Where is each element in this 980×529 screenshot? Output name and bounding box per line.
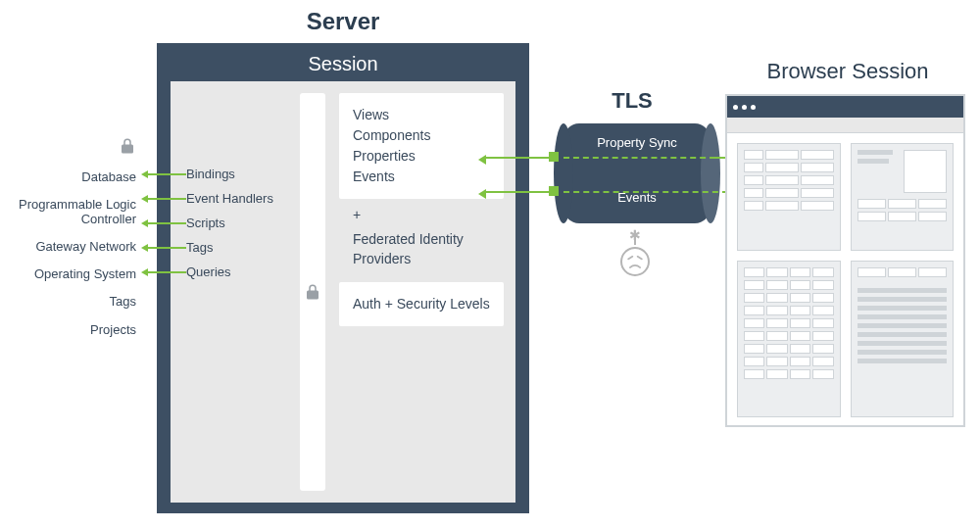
views-line: Components [353,125,490,146]
wireframe-panel [851,261,955,417]
binding-item: Bindings [186,167,235,181]
arrow-left-icon [147,247,186,249]
arrow-left-icon [147,271,186,273]
auth-box: Auth + Security Levels [339,282,504,326]
views-line: Properties [353,146,490,167]
server-title: Server [157,8,529,35]
session-box: Bindings Event Handlers Scripts Tags Que… [171,81,515,503]
binding-item: Queries [186,264,231,279]
external-item: Tags [0,288,152,315]
views-line: Views [353,105,490,125]
window-dot-icon [751,105,756,110]
browser-body [727,133,963,427]
session-title: Session [157,49,529,81]
browser-toolbar [727,118,963,133]
wireframe-panel [737,261,841,417]
browser-window [725,94,965,427]
external-item: Operating System [0,261,152,288]
lock-icon [304,283,321,301]
external-item: Database [0,164,152,191]
browser-titlebar [727,96,963,118]
binding-item: Event Handlers [186,191,273,206]
events-arrow-left [485,191,554,193]
external-resources: Database Programmable Logic Controller G… [0,137,152,344]
external-item: Projects [0,316,152,344]
tls-cylinder: Property Sync Events [564,123,710,223]
tls-top-label: Property Sync [564,135,710,150]
federated-text: Federated Identity Providers [339,230,504,282]
external-item: Gateway Network [0,233,152,261]
external-item: Programmable Logic Controller [0,191,152,233]
views-box: Views Components Properties Events [339,93,504,199]
wireframe-panel [851,143,955,251]
arrow-left-icon [147,173,186,175]
window-dot-icon [733,105,738,110]
events-dashed-line [564,191,728,193]
tls-title: TLS [554,88,710,114]
eavesdropper-icon: ✱ [620,231,650,280]
sync-connector-icon [549,152,559,162]
sync-arrow-left [485,157,554,159]
server-box: Session Bindings Event Handlers Scripts … [157,43,529,513]
plus-separator: + [339,199,504,230]
binding-item: Tags [186,240,213,255]
detail-column: Views Components Properties Events + Fed… [325,93,504,491]
bindings-column: Bindings Event Handlers Scripts Tags Que… [182,93,300,491]
browser-title: Browser Session [725,59,970,84]
binding-item: Scripts [186,216,225,230]
window-dot-icon [742,105,747,110]
arrow-left-icon [147,198,186,200]
wireframe-panel [737,143,841,251]
views-line: Events [353,167,490,187]
sync-connector-icon [549,186,559,196]
lock-icon [0,137,152,158]
lock-strip [300,93,325,491]
arrow-left-icon [147,222,186,224]
sync-dashed-line [564,157,725,159]
